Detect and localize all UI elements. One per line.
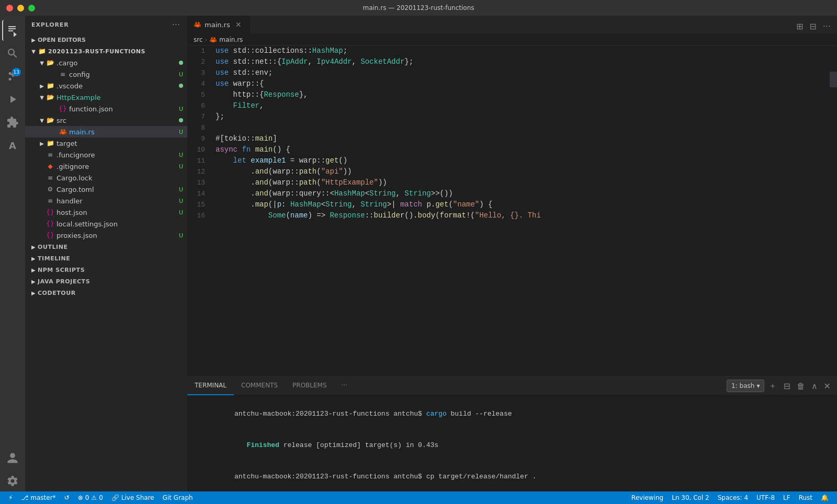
status-encoding[interactable]: UTF-8 <box>752 491 779 504</box>
open-editors-label: OPEN EDITORS <box>38 37 86 43</box>
tab-problems[interactable]: PROBLEMS <box>285 377 334 395</box>
branch-label: master* <box>30 494 55 501</box>
line-num-4: 4 <box>187 78 213 89</box>
terminal-selector[interactable]: 1: bash ▾ <box>727 380 764 392</box>
window-controls[interactable] <box>6 5 35 12</box>
activity-bar: 13 A <box>0 16 25 491</box>
sidebar-timeline-header[interactable]: ▶ TIMELINE <box>25 253 187 264</box>
status-errors[interactable]: ⊗ 0 ⚠ 0 <box>74 491 107 504</box>
line-num-11: 11 <box>187 155 213 166</box>
file-icon: ≡ <box>46 197 54 205</box>
term-cmd-rest-1: build --release <box>447 410 512 418</box>
more-tab-actions-button[interactable]: ··· <box>821 19 833 33</box>
line-code-15: .map(|p: HashMap<String, String>| match … <box>213 199 830 210</box>
code-line-12: 12 .and(warp::path("api")) <box>187 166 830 177</box>
vscode-arrow: ▶ <box>38 82 46 90</box>
sidebar-item-gitignore[interactable]: ◆ .gitignore U <box>25 161 187 172</box>
src-dot <box>179 118 183 122</box>
maximize-panel-button[interactable]: ∧ <box>809 379 820 393</box>
fi-badge: U <box>179 152 183 158</box>
src-label: src <box>56 117 177 124</box>
line-num-5: 5 <box>187 89 213 100</box>
sidebar-item-httpexample[interactable]: ▼ 📂 HttpExample <box>25 91 187 103</box>
sidebar-outline-header[interactable]: ▶ OUTLINE <box>25 241 187 253</box>
sidebar-content: ▶ OPEN EDITORS ▼ 📁 20201123-RUST-FUNCTIO… <box>25 34 187 491</box>
minimize-button[interactable] <box>17 5 24 12</box>
target-label: target <box>56 140 183 147</box>
terminal-content[interactable]: antchu-macbook:20201123-rust-functions a… <box>187 395 837 491</box>
close-button[interactable] <box>6 5 13 12</box>
status-notifications[interactable]: 🔔 <box>817 491 833 504</box>
line-code-2: use std::net::{IpAddr, Ipv4Addr, SocketA… <box>213 56 830 67</box>
sidebar-item-cargo[interactable]: ▼ 📂 .cargo <box>25 57 187 68</box>
status-branch[interactable]: ⎇ master* <box>17 491 60 504</box>
split-terminal-button[interactable]: ⊟ <box>781 379 792 393</box>
search-activity-icon[interactable] <box>2 43 23 64</box>
settings-activity-icon[interactable] <box>2 471 23 491</box>
diff-editor-button[interactable]: ⊞ <box>794 19 805 33</box>
project-arrow: ▼ <box>29 47 38 55</box>
sidebar-item-funcignore[interactable]: ≡ .funcignore U <box>25 149 187 161</box>
sidebar-item-cargo-toml[interactable]: ⚙ Cargo.toml U <box>25 184 187 195</box>
line-code-12: .and(warp::path("api")) <box>213 166 830 177</box>
sidebar-open-editors[interactable]: ▶ OPEN EDITORS <box>25 34 187 45</box>
appland-activity-icon[interactable]: A <box>2 135 23 156</box>
editor-area: 🦀 main.rs ✕ ⊞ ⊟ ··· src › 🦀 main.rs <box>187 16 837 491</box>
status-gitgraph[interactable]: Git Graph <box>159 491 197 504</box>
term-prompt-3: antchu-macbook:20201123-rust-functions a… <box>234 473 426 480</box>
tab-main-rs[interactable]: 🦀 main.rs ✕ <box>187 16 250 33</box>
account-activity-icon[interactable] <box>2 448 23 468</box>
more-actions-button[interactable]: ··· <box>171 19 181 31</box>
delete-terminal-button[interactable]: 🗑 <box>795 379 807 393</box>
status-eol[interactable]: LF <box>779 491 795 504</box>
npm-label: NPM SCRIPTS <box>38 267 85 273</box>
sidebar-item-function-json[interactable]: {} function.json U <box>25 103 187 114</box>
explorer-activity-icon[interactable] <box>2 20 23 41</box>
tab-terminal[interactable]: TERMINAL <box>187 377 234 395</box>
status-reviewing[interactable]: Reviewing <box>627 491 668 504</box>
status-sync[interactable]: ⚡ <box>4 491 17 504</box>
sidebar-item-target[interactable]: ▶ 📁 target <box>25 138 187 149</box>
status-liveshare[interactable]: 🔗 Live Share <box>107 491 159 504</box>
code-editor[interactable]: 1 use std::collections::HashMap; 2 use s… <box>187 45 830 376</box>
status-spaces[interactable]: Spaces: 4 <box>714 491 752 504</box>
sidebar-item-src[interactable]: ▼ 📂 src <box>25 114 187 126</box>
panel-tabs: TERMINAL COMMENTS PROBLEMS ··· 1: bash ▾… <box>187 377 837 395</box>
sidebar-item-cargo-lock[interactable]: ≡ Cargo.lock <box>25 172 187 184</box>
spaces-label: Spaces: 4 <box>718 494 748 501</box>
sidebar-item-handler[interactable]: ≡ handler U <box>25 195 187 207</box>
sidebar-codetour-header[interactable]: ▶ CODETOUR <box>25 287 187 299</box>
new-terminal-button[interactable]: ＋ <box>766 379 779 394</box>
extensions-activity-icon[interactable] <box>2 112 23 133</box>
function-json-label: function.json <box>69 105 177 113</box>
timeline-label: TIMELINE <box>38 255 70 262</box>
tab-close-button[interactable]: ✕ <box>235 20 242 29</box>
breadcrumb-src[interactable]: src <box>194 36 203 43</box>
split-editor-button[interactable]: ⊟ <box>807 19 818 33</box>
close-panel-button[interactable]: ✕ <box>822 379 833 393</box>
run-activity-icon[interactable] <box>2 89 23 110</box>
sidebar-item-config[interactable]: ≡ config U <box>25 68 187 80</box>
sidebar-item-main-rs[interactable]: 🦀 main.rs U <box>25 126 187 138</box>
refresh-icon: ↺ <box>64 494 70 501</box>
code-table: 1 use std::collections::HashMap; 2 use s… <box>187 45 830 221</box>
sidebar-item-local-settings[interactable]: {} local.settings.json <box>25 218 187 230</box>
sidebar-project-root[interactable]: ▼ 📁 20201123-RUST-FUNCTIONS <box>25 45 187 57</box>
source-control-activity-icon[interactable]: 13 <box>2 66 23 87</box>
sidebar-item-host-json[interactable]: {} host.json U <box>25 207 187 218</box>
sidebar-java-header[interactable]: ▶ JAVA PROJECTS <box>25 276 187 287</box>
maximize-button[interactable] <box>28 5 35 12</box>
status-cursor-position[interactable]: Ln 30, Col 2 <box>668 491 714 504</box>
language-label: Rust <box>799 494 812 501</box>
sidebar-item-proxies-json[interactable]: {} proxies.json U <box>25 230 187 241</box>
breadcrumb-main-rs[interactable]: main.rs <box>219 36 243 43</box>
minimap-thumb[interactable] <box>830 72 837 87</box>
tab-more[interactable]: ··· <box>334 377 355 395</box>
sidebar-npm-header[interactable]: ▶ NPM SCRIPTS <box>25 264 187 276</box>
code-line-6: 6 Filter, <box>187 100 830 111</box>
status-refresh[interactable]: ↺ <box>60 491 74 504</box>
branch-icon: ⎇ <box>21 494 28 501</box>
sidebar-item-vscode[interactable]: ▶ 📁 .vscode <box>25 80 187 91</box>
status-language[interactable]: Rust <box>795 491 817 504</box>
tab-comments[interactable]: COMMENTS <box>234 377 285 395</box>
